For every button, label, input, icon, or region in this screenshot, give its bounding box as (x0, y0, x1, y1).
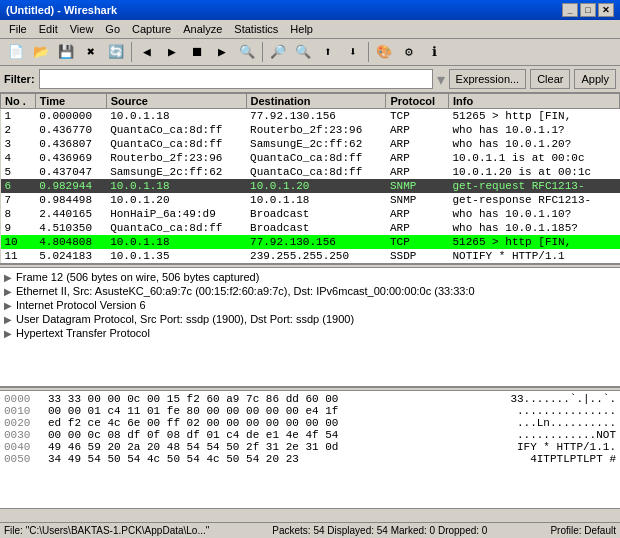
hex-offset: 0000 (4, 393, 44, 405)
packet-cell-proto: ARP (386, 151, 449, 165)
toolbar-prefs[interactable]: ⚙ (397, 41, 421, 63)
expression-button[interactable]: Expression... (449, 69, 527, 89)
detail-item[interactable]: ▶Ethernet II, Src: AsusteKC_60:a9:7c (00… (2, 284, 618, 298)
packet-cell-no: 11 (1, 249, 36, 263)
toolbar-reload[interactable]: 🔄 (104, 41, 128, 63)
menu-file[interactable]: File (4, 22, 32, 36)
packet-cell-dst: SamsungE_2c:ff:62 (246, 137, 386, 151)
packet-cell-info: 10.0.1.20 is at 00:1c (448, 165, 619, 179)
packet-cell-time: 4.510350 (35, 221, 106, 235)
table-row[interactable]: 20.436770QuantaCo_ca:8d:ffRouterbo_2f:23… (1, 123, 620, 137)
col-header-destination: Destination (246, 94, 386, 109)
packet-list-panel: No . Time Source Destination Protocol In… (0, 93, 620, 264)
table-row[interactable]: 115.02418310.0.1.35239.255.255.250SSDPNO… (1, 249, 620, 263)
hex-bytes: 00 00 01 c4 11 01 fe 80 00 00 00 00 00 e… (48, 405, 513, 417)
hex-bytes: ed f2 ce 4c 6e 00 ff 02 00 00 00 00 00 0… (48, 417, 513, 429)
menu-statistics[interactable]: Statistics (229, 22, 283, 36)
packet-cell-time: 0.984498 (35, 193, 106, 207)
table-row[interactable]: 10.00000010.0.1.1877.92.130.156TCP51265 … (1, 109, 620, 124)
detail-item[interactable]: ▶Hypertext Transfer Protocol (2, 326, 618, 340)
toolbar-filter[interactable]: 🔍 (235, 41, 259, 63)
detail-item[interactable]: ▶Internet Protocol Version 6 (2, 298, 618, 312)
toolbar-zoom-in[interactable]: 🔎 (266, 41, 290, 63)
status-packets: Packets: 54 Displayed: 54 Marked: 0 Drop… (272, 525, 487, 536)
toolbar-stop[interactable]: ⏹ (185, 41, 209, 63)
packet-cell-proto: ARP (386, 137, 449, 151)
expand-icon: ▶ (4, 286, 12, 297)
toolbar-about[interactable]: ℹ (422, 41, 446, 63)
table-row[interactable]: 50.437047SamsungE_2c:ff:62QuantaCo_ca:8d… (1, 165, 620, 179)
table-row[interactable]: 94.510350QuantaCo_ca:8d:ffBroadcastARPwh… (1, 221, 620, 235)
toolbar-next[interactable]: ⬇ (341, 41, 365, 63)
table-row[interactable]: 70.98449810.0.1.2010.0.1.18SNMPget-respo… (1, 193, 620, 207)
hex-row: 000033 33 00 00 0c 00 15 f2 60 a9 7c 86 … (4, 393, 616, 405)
expand-icon: ▶ (4, 328, 12, 339)
packet-scroll-area[interactable]: No . Time Source Destination Protocol In… (0, 93, 620, 263)
minimize-button[interactable]: _ (562, 3, 578, 17)
packet-cell-src: 10.0.1.18 (106, 179, 246, 193)
packet-cell-src: Routerbo_2f:23:96 (106, 151, 246, 165)
hex-row: 0020ed f2 ce 4c 6e 00 ff 02 00 00 00 00 … (4, 417, 616, 429)
table-row[interactable]: 40.436969Routerbo_2f:23:96QuantaCo_ca:8d… (1, 151, 620, 165)
menu-capture[interactable]: Capture (127, 22, 176, 36)
menu-view[interactable]: View (65, 22, 99, 36)
packet-cell-proto: TCP (386, 109, 449, 124)
maximize-button[interactable]: □ (580, 3, 596, 17)
packet-cell-no: 4 (1, 151, 36, 165)
packet-cell-src: SamsungE_2c:ff:62 (106, 165, 246, 179)
packet-cell-proto: SNMP (386, 179, 449, 193)
table-row[interactable]: 30.436807QuantaCo_ca:8d:ffSamsungE_2c:ff… (1, 137, 620, 151)
packet-cell-info: 51265 > http [FIN, (448, 235, 619, 249)
toolbar-new[interactable]: 📄 (4, 41, 28, 63)
hex-ascii: ............NOT (517, 429, 616, 441)
packet-cell-proto: SSDP (386, 249, 449, 263)
window-title: (Untitled) - Wireshark (6, 4, 117, 16)
toolbar-fwd[interactable]: ▶ (160, 41, 184, 63)
horizontal-scrollbar[interactable] (0, 508, 620, 522)
toolbar-zoom-out[interactable]: 🔍 (291, 41, 315, 63)
col-header-source: Source (106, 94, 246, 109)
table-row[interactable]: 82.440165HonHaiP_6a:49:d9BroadcastARPwho… (1, 207, 620, 221)
packet-cell-info: who has 10.0.1.185? (448, 221, 619, 235)
menu-edit[interactable]: Edit (34, 22, 63, 36)
packet-cell-dst: Broadcast (246, 221, 386, 235)
packet-cell-proto: SNMP (386, 193, 449, 207)
hex-bytes: 33 33 00 00 0c 00 15 f2 60 a9 7c 86 dd 6… (48, 393, 506, 405)
menu-analyze[interactable]: Analyze (178, 22, 227, 36)
hex-offset: 0020 (4, 417, 44, 429)
toolbar-close[interactable]: ✖ (79, 41, 103, 63)
table-row[interactable]: 104.80480810.0.1.1877.92.130.156TCP51265… (1, 235, 620, 249)
packet-cell-no: 3 (1, 137, 36, 151)
packet-cell-info: get-response RFC1213- (448, 193, 619, 207)
separator-3 (368, 42, 369, 62)
detail-text: Hypertext Transfer Protocol (16, 327, 150, 339)
close-button[interactable]: ✕ (598, 3, 614, 17)
filter-dropdown-icon[interactable]: ▾ (437, 70, 445, 89)
toolbar-color[interactable]: 🎨 (372, 41, 396, 63)
hex-offset: 0050 (4, 453, 44, 465)
packet-cell-info: 51265 > http [FIN, (448, 109, 619, 124)
expand-icon: ▶ (4, 300, 12, 311)
hex-row: 004049 46 59 20 2a 20 48 54 54 50 2f 31 … (4, 441, 616, 453)
table-row[interactable]: 60.98294410.0.1.1810.0.1.20SNMPget-reque… (1, 179, 620, 193)
packet-cell-src: QuantaCo_ca:8d:ff (106, 221, 246, 235)
detail-item[interactable]: ▶User Datagram Protocol, Src Port: ssdp … (2, 312, 618, 326)
menu-help[interactable]: Help (285, 22, 318, 36)
detail-text: User Datagram Protocol, Src Port: ssdp (… (16, 313, 354, 325)
expand-icon: ▶ (4, 272, 12, 283)
separator-1 (131, 42, 132, 62)
filter-input[interactable] (39, 69, 433, 89)
toolbar-prev[interactable]: ⬆ (316, 41, 340, 63)
toolbar-back[interactable]: ◀ (135, 41, 159, 63)
detail-item[interactable]: ▶Frame 12 (506 bytes on wire, 506 bytes … (2, 270, 618, 284)
toolbar-start[interactable]: ▶️ (210, 41, 234, 63)
toolbar-save[interactable]: 💾 (54, 41, 78, 63)
packet-cell-proto: ARP (386, 221, 449, 235)
apply-button[interactable]: Apply (574, 69, 616, 89)
packet-cell-src: QuantaCo_ca:8d:ff (106, 137, 246, 151)
col-header-no: No . (1, 94, 36, 109)
hex-bytes: 00 00 0c 08 df 0f 08 df 01 c4 de e1 4e 4… (48, 429, 513, 441)
toolbar-open[interactable]: 📂 (29, 41, 53, 63)
menu-go[interactable]: Go (100, 22, 125, 36)
clear-button[interactable]: Clear (530, 69, 570, 89)
